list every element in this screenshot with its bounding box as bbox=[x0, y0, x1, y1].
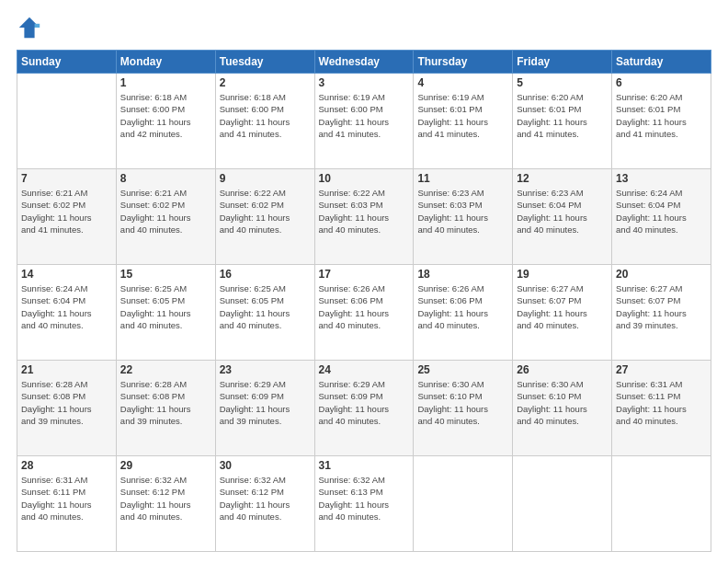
calendar-cell: 25Sunrise: 6:30 AM Sunset: 6:10 PM Dayli… bbox=[414, 361, 513, 456]
calendar-cell: 15Sunrise: 6:25 AM Sunset: 6:05 PM Dayli… bbox=[116, 265, 215, 361]
calendar-cell: 12Sunrise: 6:23 AM Sunset: 6:04 PM Dayli… bbox=[513, 169, 612, 265]
calendar-cell: 3Sunrise: 6:19 AM Sunset: 6:00 PM Daylig… bbox=[314, 74, 414, 169]
day-info: Sunrise: 6:32 AM Sunset: 6:13 PM Dayligh… bbox=[319, 474, 410, 523]
calendar-cell: 6Sunrise: 6:20 AM Sunset: 6:01 PM Daylig… bbox=[612, 74, 711, 169]
day-number: 22 bbox=[120, 363, 211, 376]
day-number: 1 bbox=[120, 76, 211, 89]
day-number: 5 bbox=[517, 76, 608, 89]
day-info: Sunrise: 6:26 AM Sunset: 6:06 PM Dayligh… bbox=[417, 282, 508, 331]
day-info: Sunrise: 6:27 AM Sunset: 6:07 PM Dayligh… bbox=[517, 282, 608, 331]
day-info: Sunrise: 6:21 AM Sunset: 6:02 PM Dayligh… bbox=[21, 187, 112, 236]
calendar-cell: 11Sunrise: 6:23 AM Sunset: 6:03 PM Dayli… bbox=[414, 169, 513, 265]
day-number: 17 bbox=[319, 268, 410, 281]
calendar-cell: 8Sunrise: 6:21 AM Sunset: 6:02 PM Daylig… bbox=[116, 169, 215, 265]
weekday-header-tuesday: Tuesday bbox=[215, 51, 314, 74]
calendar-cell: 26Sunrise: 6:30 AM Sunset: 6:10 PM Dayli… bbox=[513, 361, 612, 456]
calendar-cell: 16Sunrise: 6:25 AM Sunset: 6:05 PM Dayli… bbox=[215, 265, 314, 361]
header bbox=[17, 15, 711, 40]
day-info: Sunrise: 6:22 AM Sunset: 6:02 PM Dayligh… bbox=[220, 187, 311, 236]
day-info: Sunrise: 6:20 AM Sunset: 6:01 PM Dayligh… bbox=[517, 91, 608, 140]
day-info: Sunrise: 6:19 AM Sunset: 6:01 PM Dayligh… bbox=[417, 91, 508, 140]
day-info: Sunrise: 6:31 AM Sunset: 6:11 PM Dayligh… bbox=[616, 378, 707, 427]
calendar-cell: 29Sunrise: 6:32 AM Sunset: 6:12 PM Dayli… bbox=[116, 456, 215, 552]
weekday-header-thursday: Thursday bbox=[414, 51, 513, 74]
day-number: 26 bbox=[517, 363, 608, 376]
day-info: Sunrise: 6:24 AM Sunset: 6:04 PM Dayligh… bbox=[616, 187, 707, 236]
calendar-cell: 17Sunrise: 6:26 AM Sunset: 6:06 PM Dayli… bbox=[314, 265, 414, 361]
calendar-cell: 19Sunrise: 6:27 AM Sunset: 6:07 PM Dayli… bbox=[513, 265, 612, 361]
day-info: Sunrise: 6:23 AM Sunset: 6:04 PM Dayligh… bbox=[517, 187, 608, 236]
calendar-cell: 9Sunrise: 6:22 AM Sunset: 6:02 PM Daylig… bbox=[215, 169, 314, 265]
weekday-header-saturday: Saturday bbox=[612, 51, 711, 74]
calendar-cell bbox=[612, 456, 711, 552]
weekday-header-row: SundayMondayTuesdayWednesdayThursdayFrid… bbox=[17, 51, 711, 74]
day-number: 25 bbox=[417, 363, 508, 376]
day-number: 30 bbox=[220, 459, 311, 472]
day-info: Sunrise: 6:29 AM Sunset: 6:09 PM Dayligh… bbox=[220, 378, 311, 427]
calendar-cell: 24Sunrise: 6:29 AM Sunset: 6:09 PM Dayli… bbox=[314, 361, 414, 456]
logo-icon bbox=[17, 15, 42, 40]
day-number: 16 bbox=[220, 268, 311, 281]
day-info: Sunrise: 6:30 AM Sunset: 6:10 PM Dayligh… bbox=[517, 378, 608, 427]
day-info: Sunrise: 6:18 AM Sunset: 6:00 PM Dayligh… bbox=[120, 91, 211, 140]
calendar-cell: 14Sunrise: 6:24 AM Sunset: 6:04 PM Dayli… bbox=[17, 265, 117, 361]
calendar-cell: 1Sunrise: 6:18 AM Sunset: 6:00 PM Daylig… bbox=[116, 74, 215, 169]
day-info: Sunrise: 6:18 AM Sunset: 6:00 PM Dayligh… bbox=[220, 91, 311, 140]
day-number: 13 bbox=[616, 172, 707, 185]
day-number: 8 bbox=[120, 172, 211, 185]
day-number: 14 bbox=[21, 268, 112, 281]
svg-marker-1 bbox=[35, 24, 40, 28]
weekday-header-friday: Friday bbox=[513, 51, 612, 74]
calendar-week-4: 21Sunrise: 6:28 AM Sunset: 6:08 PM Dayli… bbox=[17, 361, 711, 456]
calendar-cell: 4Sunrise: 6:19 AM Sunset: 6:01 PM Daylig… bbox=[414, 74, 513, 169]
day-number: 3 bbox=[319, 76, 410, 89]
calendar-cell: 31Sunrise: 6:32 AM Sunset: 6:13 PM Dayli… bbox=[314, 456, 414, 552]
calendar-cell: 23Sunrise: 6:29 AM Sunset: 6:09 PM Dayli… bbox=[215, 361, 314, 456]
calendar-cell: 20Sunrise: 6:27 AM Sunset: 6:07 PM Dayli… bbox=[612, 265, 711, 361]
day-number: 6 bbox=[616, 76, 707, 89]
day-number: 11 bbox=[417, 172, 508, 185]
day-info: Sunrise: 6:28 AM Sunset: 6:08 PM Dayligh… bbox=[120, 378, 211, 427]
day-number: 23 bbox=[220, 363, 311, 376]
calendar-week-3: 14Sunrise: 6:24 AM Sunset: 6:04 PM Dayli… bbox=[17, 265, 711, 361]
day-number: 29 bbox=[120, 459, 211, 472]
calendar-table: SundayMondayTuesdayWednesdayThursdayFrid… bbox=[17, 50, 711, 552]
day-info: Sunrise: 6:26 AM Sunset: 6:06 PM Dayligh… bbox=[319, 282, 410, 331]
day-info: Sunrise: 6:31 AM Sunset: 6:11 PM Dayligh… bbox=[21, 474, 112, 523]
day-number: 15 bbox=[120, 268, 211, 281]
day-info: Sunrise: 6:32 AM Sunset: 6:12 PM Dayligh… bbox=[220, 474, 311, 523]
day-info: Sunrise: 6:20 AM Sunset: 6:01 PM Dayligh… bbox=[616, 91, 707, 140]
day-info: Sunrise: 6:25 AM Sunset: 6:05 PM Dayligh… bbox=[120, 282, 211, 331]
day-info: Sunrise: 6:24 AM Sunset: 6:04 PM Dayligh… bbox=[21, 282, 112, 331]
calendar-week-2: 7Sunrise: 6:21 AM Sunset: 6:02 PM Daylig… bbox=[17, 169, 711, 265]
calendar-cell bbox=[414, 456, 513, 552]
page: SundayMondayTuesdayWednesdayThursdayFrid… bbox=[0, 0, 728, 563]
calendar-cell: 27Sunrise: 6:31 AM Sunset: 6:11 PM Dayli… bbox=[612, 361, 711, 456]
day-number: 20 bbox=[616, 268, 707, 281]
day-number: 21 bbox=[21, 363, 112, 376]
day-info: Sunrise: 6:19 AM Sunset: 6:00 PM Dayligh… bbox=[319, 91, 410, 140]
day-number: 10 bbox=[319, 172, 410, 185]
day-info: Sunrise: 6:30 AM Sunset: 6:10 PM Dayligh… bbox=[417, 378, 508, 427]
calendar-cell: 28Sunrise: 6:31 AM Sunset: 6:11 PM Dayli… bbox=[17, 456, 117, 552]
day-info: Sunrise: 6:32 AM Sunset: 6:12 PM Dayligh… bbox=[120, 474, 211, 523]
day-number: 28 bbox=[21, 459, 112, 472]
calendar-cell: 5Sunrise: 6:20 AM Sunset: 6:01 PM Daylig… bbox=[513, 74, 612, 169]
calendar-cell: 21Sunrise: 6:28 AM Sunset: 6:08 PM Dayli… bbox=[17, 361, 117, 456]
calendar-cell bbox=[513, 456, 612, 552]
calendar-cell: 22Sunrise: 6:28 AM Sunset: 6:08 PM Dayli… bbox=[116, 361, 215, 456]
calendar-week-1: 1Sunrise: 6:18 AM Sunset: 6:00 PM Daylig… bbox=[17, 74, 711, 169]
weekday-header-sunday: Sunday bbox=[17, 51, 117, 74]
day-info: Sunrise: 6:21 AM Sunset: 6:02 PM Dayligh… bbox=[120, 187, 211, 236]
calendar-cell bbox=[17, 74, 117, 169]
calendar-cell: 2Sunrise: 6:18 AM Sunset: 6:00 PM Daylig… bbox=[215, 74, 314, 169]
day-number: 27 bbox=[616, 363, 707, 376]
day-number: 18 bbox=[417, 268, 508, 281]
day-number: 9 bbox=[220, 172, 311, 185]
day-number: 12 bbox=[517, 172, 608, 185]
day-number: 7 bbox=[21, 172, 112, 185]
calendar-cell: 13Sunrise: 6:24 AM Sunset: 6:04 PM Dayli… bbox=[612, 169, 711, 265]
day-info: Sunrise: 6:22 AM Sunset: 6:03 PM Dayligh… bbox=[319, 187, 410, 236]
calendar-cell: 30Sunrise: 6:32 AM Sunset: 6:12 PM Dayli… bbox=[215, 456, 314, 552]
day-number: 4 bbox=[417, 76, 508, 89]
